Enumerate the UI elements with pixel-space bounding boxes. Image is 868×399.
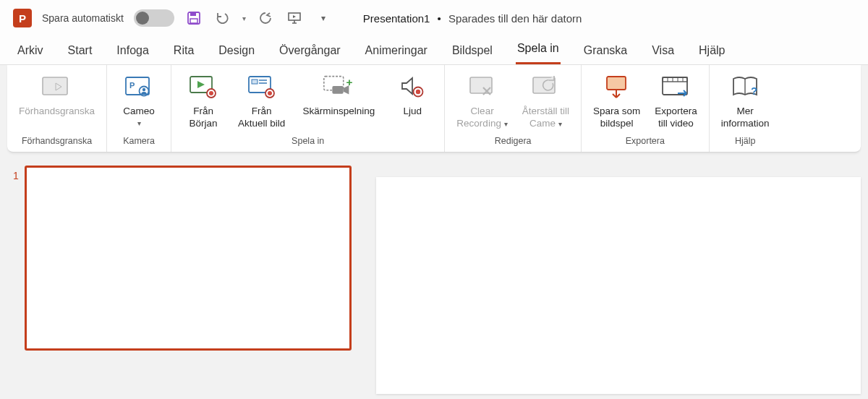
preview-button: Förhandsgranska — [14, 71, 99, 119]
undo-button[interactable] — [213, 9, 232, 27]
autosave-label: Spara automatiskt — [42, 12, 124, 24]
group-exportera: Spara som bildspel Exportera till video … — [581, 65, 709, 152]
editor-area: 1 — [0, 153, 868, 392]
tab-visa[interactable]: Visa — [650, 44, 676, 64]
undo-dropdown-caret[interactable]: ▾ — [242, 14, 246, 22]
export-to-video-label: Exportera till video — [655, 106, 697, 130]
group-label-forhandsgranska: Förhandsgranska — [14, 132, 99, 149]
document-title-area[interactable]: Presentation1 • Sparades till den här da… — [363, 12, 582, 25]
autosave-toggle[interactable] — [134, 9, 174, 27]
group-spela-in: Från Början Från Aktuell bild — [171, 65, 444, 152]
document-save-status: Sparades till den här datorn — [448, 12, 582, 25]
tab-design[interactable]: Design — [217, 44, 256, 64]
chevron-down-icon: ▾ — [504, 120, 508, 128]
audio-button[interactable]: Ljud — [388, 71, 437, 119]
more-info-button[interactable]: ? Mer information — [717, 71, 774, 132]
svg-rect-28 — [663, 77, 687, 95]
clear-recording-button: Clear Recording ▾ — [452, 71, 511, 132]
cameo-button[interactable]: P Cameo ▾ — [114, 71, 163, 129]
save-as-slideshow-button[interactable]: Spara som bildspel — [589, 71, 644, 132]
clear-recording-label: Clear Recording ▾ — [456, 106, 507, 130]
slide-thumbnail-1[interactable] — [25, 166, 352, 351]
group-hjalp: ? Mer information Hjälp — [709, 65, 781, 152]
export-to-video-button[interactable]: Exportera till video — [650, 71, 702, 132]
svg-rect-4 — [43, 77, 67, 95]
thumbnail-pane: 1 — [0, 153, 369, 392]
slide-pane — [369, 153, 868, 392]
svg-rect-23 — [470, 77, 492, 93]
record-from-beginning-icon — [187, 73, 220, 102]
cameo-label: Cameo — [123, 106, 155, 118]
tab-spela-in[interactable]: Spela in — [516, 42, 561, 64]
document-title: Presentation1 — [363, 12, 430, 25]
svg-point-11 — [209, 91, 213, 95]
group-label-spela-in: Spela in — [179, 132, 437, 149]
group-kamera: P Cameo ▾ Kamera — [106, 65, 171, 152]
record-from-current-icon — [245, 73, 278, 102]
screen-recording-button[interactable]: + Skärminspelning — [295, 71, 382, 119]
svg-rect-1 — [190, 12, 196, 16]
reset-to-cameo-button: Återställ till Came ▾ — [518, 71, 574, 132]
save-as-slideshow-icon — [601, 73, 633, 102]
slide-canvas[interactable] — [376, 177, 861, 394]
cameo-icon: P — [123, 73, 155, 102]
tab-bildspel[interactable]: Bildspel — [451, 44, 494, 64]
save-icon — [187, 11, 201, 25]
tab-start[interactable]: Start — [67, 44, 94, 64]
svg-rect-27 — [607, 77, 626, 90]
svg-text:+: + — [346, 76, 353, 88]
chevron-down-icon: ▾ — [558, 120, 562, 128]
reset-to-cameo-icon — [529, 73, 562, 102]
presentation-icon — [286, 11, 302, 25]
screen-recording-icon: + — [321, 73, 356, 102]
help-book-icon: ? — [729, 73, 761, 102]
tab-arkiv[interactable]: Arkiv — [16, 44, 45, 64]
tab-rita[interactable]: Rita — [172, 44, 195, 64]
clear-recording-icon — [466, 73, 499, 102]
export-to-video-icon — [659, 73, 692, 102]
chevron-down-icon: ▾ — [137, 119, 141, 127]
svg-rect-13 — [252, 80, 258, 84]
record-from-current-label: Från Aktuell bild — [238, 106, 285, 130]
group-redigera: Clear Recording ▾ Återställ till Came ▾ … — [444, 65, 581, 152]
group-label-kamera: Kamera — [114, 132, 163, 149]
tab-overgangar[interactable]: Övergångar — [278, 44, 342, 64]
ribbon: Förhandsgranska Förhandsgranska P Cameo … — [7, 65, 861, 153]
screen-recording-label: Skärminspelning — [302, 106, 375, 118]
title-separator: • — [438, 12, 441, 25]
svg-point-17 — [268, 91, 272, 95]
svg-point-8 — [142, 88, 145, 91]
reset-to-cameo-label: Återställ till Came ▾ — [522, 106, 569, 130]
audio-icon — [396, 73, 428, 102]
tab-granska[interactable]: Granska — [582, 44, 629, 64]
group-label-redigera: Redigera — [452, 132, 574, 149]
record-from-beginning-label: Från Början — [190, 106, 218, 130]
save-as-slideshow-label: Spara som bildspel — [593, 106, 640, 130]
svg-point-22 — [416, 90, 420, 94]
app-icon: P — [13, 9, 32, 27]
undo-icon — [215, 11, 231, 25]
svg-rect-2 — [190, 19, 197, 23]
svg-text:?: ? — [751, 85, 757, 97]
group-label-hjalp: Hjälp — [717, 132, 774, 149]
redo-icon — [258, 11, 273, 25]
more-info-label: Mer information — [721, 106, 770, 130]
tab-hjalp[interactable]: Hjälp — [697, 44, 726, 64]
svg-rect-19 — [333, 86, 344, 94]
audio-label: Ljud — [404, 106, 422, 118]
save-button[interactable] — [184, 9, 203, 27]
record-from-beginning-button[interactable]: Från Början — [179, 71, 228, 132]
redo-button[interactable] — [256, 9, 275, 27]
thumbnail-number: 1 — [13, 170, 19, 181]
record-from-current-button[interactable]: Från Aktuell bild — [234, 71, 289, 132]
ribbon-tabs: Arkiv Start Infoga Rita Design Övergånga… — [0, 36, 868, 65]
customize-qat-button[interactable]: ▾ — [314, 9, 333, 27]
title-bar: P Spara automatiskt ▾ ▾ Presentation1 • — [0, 0, 868, 36]
tab-infoga[interactable]: Infoga — [115, 44, 150, 64]
preview-label: Förhandsgranska — [19, 106, 95, 118]
present-from-start-button[interactable] — [285, 9, 304, 27]
group-forhandsgranska: Förhandsgranska Förhandsgranska — [7, 65, 106, 152]
tab-animeringar[interactable]: Animeringar — [364, 44, 429, 64]
group-label-exportera: Exportera — [589, 132, 702, 149]
svg-text:P: P — [129, 81, 135, 90]
